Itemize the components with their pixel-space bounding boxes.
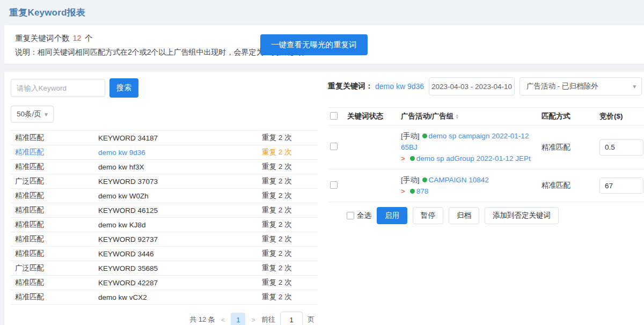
keyword-detail-panel: 重复关键词： demo kw 9d36 2023-04-03 - 2023-04… — [318, 72, 644, 325]
match-type-cell: 精准匹配 — [15, 133, 98, 143]
dup-count-cell: 重复 2 次 — [262, 147, 318, 157]
keyword-cell: KEYWORD 37073 — [98, 178, 262, 186]
dup-keyword-label: 重复关键词： — [328, 82, 373, 91]
summary-card: 重复关键词个数 12 个 说明：相同关键词相同匹配方式在2个或2个以上广告组中出… — [4, 25, 644, 64]
enable-button[interactable]: 启用 — [377, 207, 407, 224]
date-range-picker[interactable]: 2023-04-03 - 2023-04-10 — [429, 77, 515, 95]
page-title: 重复Keyword报表 — [9, 6, 644, 19]
col-match-type: 匹配方式 — [541, 112, 599, 121]
detail-table-row: [手动]demo sp campaign 2022-01-12 65BJ> de… — [328, 125, 644, 169]
bid-cell — [599, 178, 644, 194]
col-keyword-status: 关键词状态 — [347, 112, 401, 121]
match-type-cell: 精准匹配 — [15, 147, 98, 157]
keyword-list-item[interactable]: 广泛匹配KEYWORD 35685重复 2 次 — [11, 261, 318, 276]
campaign-adgroup-cell: [手动]CAMPAIGN 10842> 878 — [401, 174, 541, 197]
keyword-cell: demo kw vCX2 — [98, 293, 262, 301]
pause-button[interactable]: 暂停 — [413, 207, 443, 224]
adgroup-line: > demo sp adGroup 2022-01-12 JEPt — [401, 153, 536, 164]
campaign-link[interactable]: demo sp campaign 2022-01-12 65BJ — [401, 132, 529, 151]
campaign-line: [手动]CAMPAIGN 10842 — [401, 174, 536, 186]
match-type-cell: 广泛匹配 — [15, 263, 98, 273]
match-type-cell: 精准匹配 — [15, 292, 98, 302]
col-bid: 竞价($) — [599, 112, 644, 121]
detail-table-row: [手动]CAMPAIGN 10842> 878精准匹配 — [328, 169, 644, 202]
adgroup-arrow: > — [401, 187, 407, 195]
status-dot-icon — [422, 178, 427, 182]
campaign-link[interactable]: CAMPAIGN 10842 — [429, 176, 489, 184]
goto-page-input[interactable] — [280, 312, 303, 325]
keyword-search-input[interactable] — [11, 79, 105, 97]
keyword-list-item[interactable]: 精准匹配KEYWORD 34187重复 2 次 — [11, 131, 318, 145]
match-type-cell: 精准匹配 — [15, 249, 98, 258]
keyword-cell: KEYWORD 34187 — [98, 134, 262, 142]
campaign-line: [手动]demo sp campaign 2022-01-12 65BJ — [401, 130, 536, 153]
select-all-control[interactable]: 全选 — [347, 211, 371, 220]
page-size-select[interactable]: 50条/页 ▼ — [11, 106, 54, 123]
dup-count-value: 12 — [73, 34, 82, 42]
manual-tag: [手动] — [401, 176, 420, 184]
bid-cell — [599, 139, 644, 156]
date-range-value: 2023-04-03 - 2023-04-10 — [431, 83, 512, 91]
search-button[interactable]: 搜索 — [109, 78, 138, 98]
keyword-list-item[interactable]: 精准匹配demo kw W0Zh重复 2 次 — [11, 189, 318, 203]
keyword-cell: demo kw W0Zh — [98, 192, 262, 200]
keyword-list-item[interactable]: 精准匹配demo kw hf3X重复 2 次 — [11, 160, 318, 174]
keyword-cell: demo kw hf3X — [98, 163, 262, 171]
match-type-cell: 精准匹配 — [541, 143, 599, 152]
keyword-list-item[interactable]: 精准匹配KEYWORD 3446重复 2 次 — [11, 247, 318, 261]
keyword-list-panel: 搜索 50条/页 ▼ 精准匹配KEYWORD 34187重复 2 次精准匹配de… — [4, 72, 318, 325]
goto-label: 前往 — [261, 315, 275, 324]
dup-keyword-value: demo kw 9d36 — [375, 82, 424, 91]
keyword-list-item[interactable]: 精准匹配demo kw KJ8d重复 2 次 — [11, 218, 318, 232]
adgroup-link[interactable]: demo sp adGroup 2022-01-12 JEPt — [416, 154, 531, 162]
keyword-list-item[interactable]: 精准匹配demo kw 9d36重复 2 次 — [11, 145, 318, 160]
view-unexposed-button[interactable]: 一键查看无曝光的重复词 — [260, 34, 368, 55]
keyword-list-item[interactable]: 精准匹配KEYWORD 42287重复 2 次 — [11, 276, 318, 290]
row-checkbox[interactable] — [330, 143, 338, 150]
dup-count-cell: 重复 2 次 — [262, 234, 318, 244]
next-page-button[interactable]: > — [250, 316, 257, 324]
dup-count-unit: 个 — [85, 34, 93, 42]
match-type-cell: 精准匹配 — [15, 191, 98, 201]
manual-tag: [手动] — [401, 132, 420, 140]
adgroup-link[interactable]: 878 — [416, 187, 429, 195]
row-checkbox[interactable] — [330, 181, 338, 189]
page-header: 重复Keyword报表 — [0, 0, 644, 25]
archive-button[interactable]: 归档 — [449, 207, 479, 224]
bid-input[interactable] — [599, 139, 643, 156]
add-negative-button[interactable]: 添加到否定关键词 — [485, 207, 559, 224]
keyword-list-item[interactable]: 精准匹配demo kw vCX2重复 2 次 — [11, 290, 318, 305]
adgroup-arrow: > — [401, 154, 407, 162]
dup-count-cell: 重复 2 次 — [262, 220, 318, 230]
sort-icon[interactable]: ▲▼ — [455, 114, 459, 119]
current-page-button[interactable]: 1 — [231, 313, 245, 325]
dup-count-cell: 重复 2 次 — [262, 249, 318, 258]
keyword-cell: KEYWORD 92737 — [98, 235, 262, 243]
keyword-cell: demo kw 9d36 — [98, 149, 262, 157]
keyword-list-item[interactable]: 精准匹配KEYWORD 46125重复 2 次 — [11, 203, 318, 218]
prev-page-button[interactable]: < — [220, 316, 226, 324]
detail-table: 关键词状态 广告活动/广告组▲▼ 匹配方式 竞价($) [手动]demo sp … — [328, 107, 644, 202]
campaign-adgroup-cell: [手动]demo sp campaign 2022-01-12 65BJ> de… — [401, 130, 541, 164]
keyword-list: 精准匹配KEYWORD 34187重复 2 次精准匹配demo kw 9d36重… — [11, 130, 318, 305]
adgroup-line: > 878 — [401, 186, 536, 197]
select-all-header-checkbox[interactable] — [330, 112, 338, 120]
keyword-cell: KEYWORD 42287 — [98, 279, 262, 287]
dup-count-cell: 重复 2 次 — [262, 263, 318, 273]
bid-input[interactable] — [599, 178, 643, 194]
chevron-down-icon: ▼ — [632, 84, 637, 90]
main-panel: 搜索 50条/页 ▼ 精准匹配KEYWORD 34187重复 2 次精准匹配de… — [4, 72, 644, 325]
dup-count-cell: 重复 2 次 — [262, 205, 318, 215]
status-dot-icon — [410, 156, 415, 161]
keyword-list-item[interactable]: 广泛匹配KEYWORD 37073重复 2 次 — [11, 174, 318, 189]
select-all-label: 全选 — [357, 211, 371, 220]
keyword-cell: demo kw KJ8d — [98, 221, 262, 229]
keyword-cell: KEYWORD 46125 — [98, 206, 262, 215]
dup-count-cell: 重复 2 次 — [262, 133, 318, 143]
col-campaign-adgroup: 广告活动/广告组▲▼ — [401, 112, 541, 121]
keyword-list-item[interactable]: 精准匹配KEYWORD 92737重复 2 次 — [11, 232, 318, 247]
match-type-cell: 广泛匹配 — [15, 176, 98, 186]
keyword-cell: KEYWORD 35685 — [98, 264, 262, 272]
select-all-checkbox[interactable] — [347, 212, 354, 219]
campaign-filter-select[interactable]: 广告活动 - 已归档除外 ▼ — [519, 77, 642, 95]
